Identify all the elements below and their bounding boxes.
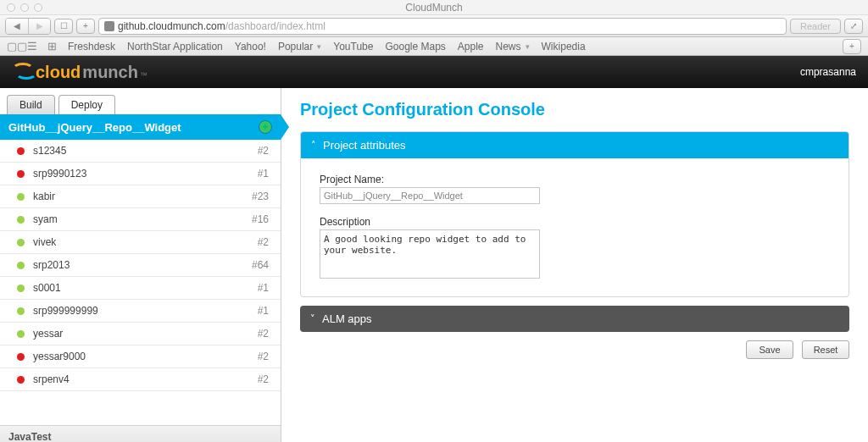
add-bookmark-button[interactable]: + — [76, 19, 95, 34]
list-item-label: srp2013 — [33, 259, 70, 271]
add-project-icon[interactable]: + — [259, 120, 272, 134]
tab-deploy[interactable]: Deploy — [58, 95, 115, 114]
list-item-count: #23 — [252, 191, 269, 202]
list-item[interactable]: vivek#2 — [0, 231, 281, 254]
accordion-title-1: Project attributes — [323, 139, 406, 152]
caret-down-icon: ˅ — [310, 313, 315, 324]
address-bar[interactable]: github.cloudmunch.com /dashboard/index.h… — [98, 18, 787, 35]
page-title: Project Configuration Console — [300, 100, 849, 119]
list-item-count: #64 — [252, 259, 269, 271]
status-dot-icon — [17, 285, 25, 292]
site-info-icon — [104, 21, 114, 31]
list-item[interactable]: s0001#1 — [0, 277, 281, 300]
status-dot-icon — [17, 353, 25, 361]
list-item-label: vivek — [33, 236, 56, 248]
list-item-count: #2 — [258, 373, 269, 385]
accordion-head-project-attributes[interactable]: ˄ Project attributes — [301, 132, 849, 158]
reset-button[interactable]: Reset — [802, 340, 849, 359]
window-title: CloudMunch — [0, 2, 868, 14]
reader-button[interactable]: Reader — [790, 19, 841, 34]
bookmark-item[interactable]: YouTube — [333, 41, 373, 52]
sidebar: Build Deploy GitHub__jQuery__Repo__Widge… — [0, 88, 281, 442]
list-item-label: srp9990123 — [33, 168, 86, 180]
brand-cloud: cloud — [36, 63, 81, 82]
list-item-label: s12345 — [33, 145, 66, 157]
app-header: cloudmunch™ cmprasanna — [0, 56, 868, 88]
accordion-head-alm-apps[interactable]: ˅ ALM apps — [300, 306, 849, 332]
reading-list-icon[interactable]: ☰ — [27, 40, 41, 52]
list-item[interactable]: srpenv4#2 — [0, 368, 281, 391]
logo-swirl-icon — [12, 63, 34, 78]
status-dot-icon — [17, 193, 25, 201]
mac-titlebar: CloudMunch — [0, 0, 868, 15]
project-name-input[interactable] — [320, 187, 540, 204]
description-label: Description — [320, 216, 830, 228]
save-button[interactable]: Save — [746, 340, 793, 359]
top-sites-icon[interactable]: ⊞ — [47, 40, 61, 52]
list-item[interactable]: srp9990123#1 — [0, 163, 281, 185]
bookmark-item[interactable]: Yahoo! — [235, 41, 266, 52]
list-item-count: #2 — [258, 351, 269, 362]
status-dot-icon — [17, 170, 25, 178]
list-item-label: srp999999999 — [33, 305, 98, 317]
bookmark-item[interactable]: Google Maps — [385, 41, 445, 52]
list-item[interactable]: yessar9000#2 — [0, 345, 281, 368]
list-item-label: syam — [33, 213, 58, 225]
browser-toolbar: ◀ ▶ ☐ + github.cloudmunch.com /dashboard… — [0, 15, 868, 37]
list-item[interactable]: srp2013#64 — [0, 254, 281, 277]
list-item-label: kabir — [33, 191, 55, 202]
status-dot-icon — [17, 239, 25, 246]
brand-munch: munch — [82, 63, 138, 82]
list-item-label: s0001 — [33, 282, 61, 294]
bookmark-item[interactable]: Popular — [278, 41, 321, 52]
list-item-count: #1 — [258, 305, 269, 317]
url-domain: github.cloudmunch.com — [118, 20, 225, 32]
bookmark-item[interactable]: News — [496, 41, 530, 52]
bookmark-item[interactable]: Apple — [458, 41, 484, 52]
list-item[interactable]: s12345#2 — [0, 140, 281, 163]
brand-tm: ™ — [140, 71, 147, 80]
project-name-label: Project Name: — [320, 174, 830, 185]
bookmark-item[interactable]: NorthStar Application — [127, 41, 223, 52]
list-item[interactable]: yessar#2 — [0, 323, 281, 345]
url-path: /dashboard/index.html — [225, 20, 326, 32]
bookmarks-bar: ▢▢ ☰ ⊞ FreshdeskNorthStar ApplicationYah… — [0, 37, 868, 56]
accordion-alm-apps: ˅ ALM apps — [300, 306, 849, 332]
list-item[interactable]: srp999999999#1 — [0, 300, 281, 323]
brand-logo[interactable]: cloudmunch™ — [12, 63, 147, 82]
tab-build[interactable]: Build — [7, 95, 55, 114]
accordion-project-attributes: ˄ Project attributes Project Name: Descr… — [300, 131, 849, 297]
list-item-label: srpenv4 — [33, 373, 70, 385]
list-item-count: #16 — [252, 213, 269, 225]
list-item-count: #1 — [258, 282, 269, 294]
fullscreen-button[interactable]: ⤢ — [844, 19, 863, 34]
back-button[interactable]: ◀ — [6, 19, 28, 34]
forward-button[interactable]: ▶ — [28, 19, 50, 34]
description-textarea[interactable] — [320, 229, 540, 279]
bookmark-item[interactable]: Freshdesk — [68, 41, 115, 52]
list-item-count: #1 — [258, 168, 269, 180]
section-javatest[interactable]: JavaTest — [0, 425, 281, 442]
list-item-label: yessar9000 — [33, 351, 86, 362]
content-area: Project Configuration Console ˄ Project … — [281, 88, 868, 442]
list-item[interactable]: syam#16 — [0, 208, 281, 231]
status-dot-icon — [17, 376, 25, 384]
status-dot-icon — [17, 330, 25, 338]
show-all-tabs-button[interactable]: ☐ — [54, 19, 73, 34]
bookmark-item[interactable]: Wikipedia — [542, 41, 586, 52]
sidebar-tabs: Build Deploy — [0, 88, 281, 114]
add-page-button[interactable]: + — [843, 39, 861, 54]
list-item[interactable]: kabir#23 — [0, 185, 281, 208]
bookmarks-icon[interactable]: ▢▢ — [7, 40, 20, 52]
status-dot-icon — [17, 216, 25, 224]
status-dot-icon — [17, 147, 25, 155]
list-item-count: #2 — [258, 145, 269, 157]
status-dot-icon — [17, 307, 25, 315]
accordion-title-2: ALM apps — [322, 312, 372, 325]
list-item-label: yessar — [33, 328, 63, 340]
project-header-row[interactable]: GitHub__jQuery__Repo__Widget + — [0, 114, 281, 140]
project-header-label: GitHub__jQuery__Repo__Widget — [8, 121, 181, 134]
list-item-count: #2 — [258, 236, 269, 248]
username-label[interactable]: cmprasanna — [800, 66, 856, 78]
status-dot-icon — [17, 262, 25, 269]
